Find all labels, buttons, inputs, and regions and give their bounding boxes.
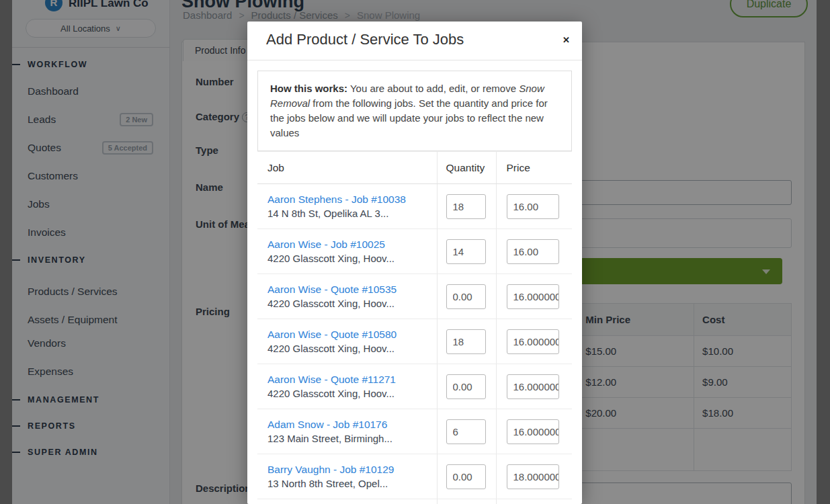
job-row: Barry Vaughn - Job #10129 13 North 8th S… — [257, 454, 572, 499]
jobs-table: Job Quantity Price Aaron Stephens - Job … — [257, 151, 572, 504]
job-link[interactable]: Aaron Wise - Quote #10535 — [267, 284, 437, 296]
modal-title: Add Product / Service To Jobs — [266, 31, 464, 48]
note-prefix: How this works: — [270, 83, 347, 94]
price-input[interactable] — [507, 284, 559, 309]
close-icon[interactable]: ✕ — [563, 35, 570, 45]
job-link[interactable]: Adam Snow - Job #10176 — [267, 419, 437, 431]
price-input[interactable] — [507, 329, 559, 354]
window-edge-left — [0, 0, 12, 504]
job-column-header: Job — [257, 152, 437, 184]
job-link[interactable]: Aaron Wise - Job #10025 — [267, 239, 437, 251]
quantity-input[interactable] — [446, 239, 486, 264]
job-address: 123 Main Street, Birmingh... — [267, 433, 437, 444]
job-row: Aaron Stephens - Job #10038 14 N 8th St,… — [257, 184, 572, 229]
job-row: Aaron Wise - Quote #11271 4220 Glasscott… — [257, 364, 572, 409]
quantity-input[interactable] — [446, 464, 486, 489]
job-row: Barry Vaughn - Quote #10691 13 North 8th… — [257, 499, 572, 504]
quantity-input[interactable] — [446, 194, 486, 219]
job-link[interactable]: Aaron Wise - Quote #11271 — [267, 374, 437, 386]
window-edge-right — [817, 0, 830, 504]
price-input[interactable] — [507, 419, 559, 444]
how-this-works-note: How this works: You are about to add, ed… — [257, 71, 572, 151]
job-address: 4220 Glasscott Xing, Hoov... — [267, 298, 437, 309]
job-address: 13 North 8th Street, Opel... — [267, 478, 437, 489]
job-address: 4220 Glasscott Xing, Hoov... — [267, 343, 437, 354]
price-input[interactable] — [507, 194, 559, 219]
price-input[interactable] — [507, 374, 559, 399]
price-input[interactable] — [507, 239, 559, 264]
job-link[interactable]: Aaron Wise - Quote #10580 — [267, 329, 437, 341]
job-row: Adam Snow - Job #10176 123 Main Street, … — [257, 409, 572, 454]
quantity-input[interactable] — [446, 284, 486, 309]
price-column-header: Price — [496, 152, 572, 184]
add-product-service-modal: Add Product / Service To Jobs ✕ How this… — [247, 22, 582, 504]
quantity-input[interactable] — [446, 374, 486, 399]
job-row: Aaron Wise - Job #10025 4220 Glasscott X… — [257, 229, 572, 274]
job-address: 14 N 8th St, Opelika AL 3... — [267, 208, 437, 219]
app-window: R RIIPL Lawn Co All Locations ∨ WORKFLOW… — [0, 0, 830, 504]
job-address: 4220 Glasscott Xing, Hoov... — [267, 253, 437, 264]
quantity-input[interactable] — [446, 329, 486, 354]
modal-body: How this works: You are about to add, ed… — [247, 60, 582, 504]
job-row: Aaron Wise - Quote #10580 4220 Glasscott… — [257, 319, 572, 364]
job-row: Aaron Wise - Quote #10535 4220 Glasscott… — [257, 274, 572, 319]
quantity-column-header: Quantity — [437, 152, 496, 184]
modal-header: Add Product / Service To Jobs ✕ — [247, 22, 582, 60]
price-input[interactable] — [507, 464, 559, 489]
job-link[interactable]: Barry Vaughn - Job #10129 — [267, 464, 437, 476]
job-address: 4220 Glasscott Xing, Hoov... — [267, 388, 437, 399]
quantity-input[interactable] — [446, 419, 486, 444]
job-link[interactable]: Aaron Stephens - Job #10038 — [267, 194, 437, 206]
